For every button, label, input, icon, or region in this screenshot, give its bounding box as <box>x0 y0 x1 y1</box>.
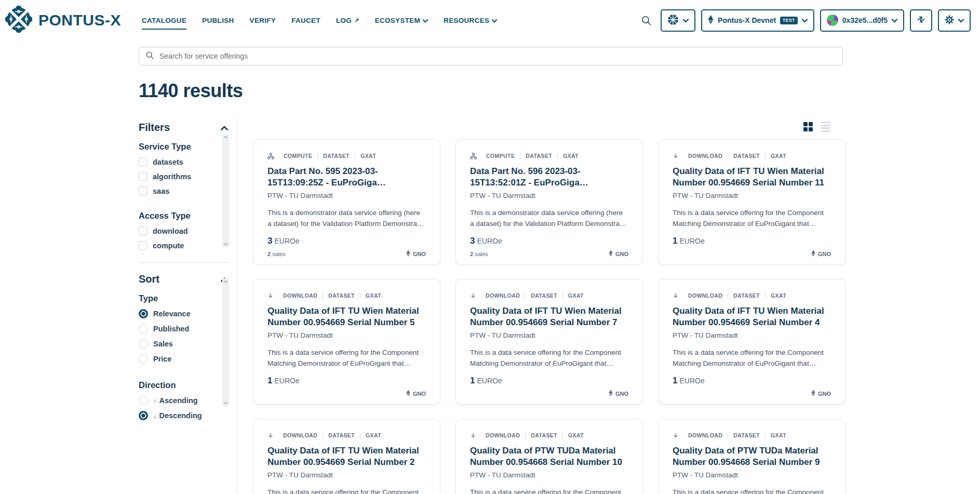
asset-card[interactable]: DOWNLOADDATASETGXAT Quality Data of IFT … <box>658 139 845 265</box>
radio-ascending[interactable] <box>139 396 148 405</box>
nav-item-log[interactable]: LOG↗ <box>336 17 359 24</box>
sort-option-ascending[interactable]: ↑Ascending <box>139 396 217 405</box>
card-footer: GNO <box>673 250 831 258</box>
ethereum-icon <box>406 250 410 258</box>
asset-publisher: PTW - TU Darmstadt <box>267 331 426 339</box>
radio-published[interactable] <box>139 324 148 333</box>
radio-price[interactable] <box>139 354 148 364</box>
radio-sales[interactable] <box>139 339 148 349</box>
wallet-button[interactable]: 0x32e5...d0f5 <box>820 9 904 32</box>
badge-dataset: DATASET <box>323 433 360 438</box>
swap-arrows-icon <box>917 15 925 25</box>
checkbox-compute[interactable] <box>139 241 147 250</box>
pontus-x-logo[interactable]: PONTUS-X <box>5 6 121 35</box>
asset-card[interactable]: DOWNLOADDATASETGXAT Quality Data of PTW … <box>455 419 643 494</box>
grid-view-icon[interactable] <box>803 122 813 132</box>
nav-item-verify[interactable]: VERIFY <box>250 17 276 24</box>
option-label: Sales <box>153 340 173 348</box>
network-label: GNO <box>413 251 426 257</box>
badge-compute: COMPUTE <box>278 153 317 159</box>
asset-card[interactable]: DOWNLOADDATASETGXAT Quality Data of IFT … <box>253 279 440 405</box>
network-indicator: GNO <box>811 250 831 258</box>
search-box[interactable] <box>139 47 843 65</box>
filter-option-saas[interactable]: saas <box>139 186 217 195</box>
card-footer: GNO <box>470 390 628 397</box>
asset-description: This is a data service offering for the … <box>267 487 426 494</box>
option-label: saas <box>153 187 169 195</box>
asset-price: 1EUROe <box>470 376 628 386</box>
content: Filters Service Typedatasetsalgorithmssa… <box>139 122 980 494</box>
option-label: Ascending <box>159 396 198 405</box>
nav-item-faucet[interactable]: FAUCET <box>291 17 320 24</box>
results-area: COMPUTEDATASETGXAT Data Part No. 595 202… <box>238 122 830 494</box>
checkbox-datasets[interactable] <box>139 157 147 166</box>
sort-option-relevance[interactable]: Relevance <box>139 309 217 318</box>
nav-item-publish[interactable]: PUBLISH <box>202 17 234 24</box>
network-indicator: GNO <box>406 250 426 258</box>
filter-option-datasets[interactable]: datasets <box>139 157 217 166</box>
asset-description: This is a demonstrator data service offe… <box>267 207 426 230</box>
asset-card[interactable]: DOWNLOADDATASETGXAT Quality Data of IFT … <box>658 279 845 405</box>
badge-download: DOWNLOAD <box>278 293 323 299</box>
filters-sidebar: Filters Service Typedatasetsalgorithmssa… <box>139 122 237 420</box>
badge-download: DOWNLOAD <box>683 433 728 438</box>
automation-transactions-button[interactable] <box>910 9 932 32</box>
asset-card[interactable]: DOWNLOADDATASETGXAT Quality Data of IFT … <box>455 279 643 405</box>
sort-option-sales[interactable]: Sales <box>139 339 217 349</box>
badge-row: DOWNLOADDATASETGXAT <box>673 432 831 439</box>
badge-gxat: GXAT <box>562 293 589 299</box>
checkbox-algorithms[interactable] <box>139 172 147 181</box>
price-value: 1 <box>267 376 272 385</box>
badge-download: DOWNLOAD <box>683 293 728 299</box>
badge-gxat: GXAT <box>765 293 791 299</box>
filters-title: Filters <box>139 122 170 133</box>
nav-item-resources[interactable]: RESOURCES <box>444 17 497 24</box>
network-indicator: GNO <box>811 390 831 397</box>
price-currency: EUROe <box>679 377 704 385</box>
checkbox-download[interactable] <box>139 226 147 235</box>
asset-description: This is a data service offering for the … <box>673 207 831 230</box>
asset-card[interactable]: COMPUTEDATASETGXAT Data Part No. 595 202… <box>253 139 440 265</box>
logo-wordmark: PONTUS-X <box>38 11 121 29</box>
nav-item-catalogue[interactable]: CATALOGUE <box>142 17 186 24</box>
asset-card[interactable]: DOWNLOADDATASETGXAT Quality Data of PTW … <box>658 419 845 494</box>
option-label: Relevance <box>153 310 191 318</box>
download-icon <box>267 292 274 299</box>
filter-option-algorithms[interactable]: algorithms <box>139 172 217 181</box>
asset-card[interactable]: COMPUTEDATASETGXAT Data Part No. 596 202… <box>455 139 643 265</box>
asset-title: Quality Data of IFT TU Wien Material Num… <box>267 445 426 469</box>
badge-dataset: DATASET <box>520 153 557 159</box>
option-label: Descending <box>159 411 202 420</box>
filters-scrollbar[interactable] <box>222 134 229 247</box>
price-currency: EUROe <box>477 377 502 385</box>
sort-option-price[interactable]: Price <box>139 354 217 364</box>
ecosystem-network-menu-button[interactable] <box>661 9 695 32</box>
price-currency: EUROe <box>274 237 299 245</box>
list-view-icon[interactable] <box>821 122 830 132</box>
price-value: 3 <box>267 236 272 246</box>
radio-descending[interactable] <box>139 411 148 420</box>
asset-card[interactable]: DOWNLOADDATASETGXAT Quality Data of IFT … <box>253 419 440 494</box>
search-icon[interactable] <box>641 15 652 26</box>
asset-publisher: PTW - TU Darmstadt <box>470 331 628 339</box>
network-selector-button[interactable]: Pontus-X Devnet TEST <box>701 9 814 32</box>
radio-relevance[interactable] <box>139 309 148 318</box>
badge-gxat: GXAT <box>360 433 386 438</box>
asset-title: Quality Data of PTW TUDa Material Number… <box>673 445 831 469</box>
sort-option-descending[interactable]: ↓Descending <box>139 411 217 420</box>
checkbox-saas[interactable] <box>139 186 147 195</box>
download-icon <box>673 292 679 299</box>
badge-download: DOWNLOAD <box>683 153 728 159</box>
nav-item-ecosystem[interactable]: ECOSYSTEM <box>375 17 428 24</box>
filter-option-compute[interactable]: compute <box>139 241 217 250</box>
badge-row: DOWNLOADDATASETGXAT <box>673 292 831 299</box>
filter-option-download[interactable]: download <box>139 226 217 235</box>
search-input[interactable] <box>159 52 836 60</box>
collapse-filters-chevron-icon[interactable] <box>221 123 228 132</box>
badge-gxat: GXAT <box>360 293 386 299</box>
badge-dataset: DATASET <box>525 433 562 438</box>
sort-scrollbar[interactable] <box>222 278 229 406</box>
sort-option-published[interactable]: Published <box>139 324 217 333</box>
settings-button[interactable] <box>938 9 971 32</box>
gear-icon <box>945 15 954 26</box>
